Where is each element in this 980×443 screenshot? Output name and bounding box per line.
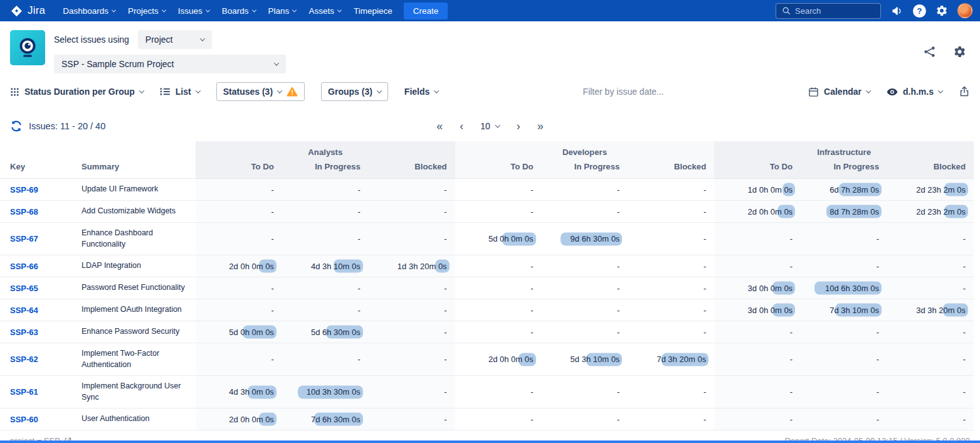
issue-key-link[interactable]: SSP-69 [0, 179, 82, 201]
groups-filter-button[interactable]: Groups (3) [321, 82, 388, 101]
duration-cell: - [628, 223, 714, 255]
duration-cell: - [455, 255, 542, 277]
duration-value: 2d 0h 0m 0s [229, 262, 274, 271]
empty-duration: - [703, 328, 706, 337]
nav-item-boards[interactable]: Boards [216, 0, 262, 21]
jira-logo[interactable]: Jira [10, 4, 45, 18]
issue-key-link[interactable]: SSP-65 [0, 277, 82, 299]
empty-duration: - [357, 185, 360, 195]
search-input[interactable] [795, 6, 875, 16]
empty-duration: - [963, 328, 966, 337]
duration-value: 2d 0h 0m 0s [488, 355, 534, 364]
share-icon[interactable] [924, 45, 935, 58]
duration-cell: 1d 0h 0m 0s [714, 179, 801, 201]
view-dropdown[interactable]: List [160, 87, 200, 97]
empty-duration: - [703, 207, 706, 216]
settings-gear-icon[interactable] [935, 4, 948, 17]
timepiece-app-icon [10, 30, 45, 65]
issue-date-filter[interactable]: Filter by issue date... [455, 87, 792, 97]
issue-key-link[interactable]: SSP-68 [0, 201, 82, 223]
duration-cell: - [542, 277, 628, 299]
refresh-icon[interactable] [10, 120, 23, 132]
empty-duration: - [617, 185, 619, 195]
issue-summary: Implement Background User Sync [82, 376, 196, 408]
statuses-filter-button[interactable]: Statuses (3) [216, 82, 305, 101]
issue-summary: Enhance Password Security [82, 321, 196, 343]
issue-key-link[interactable]: SSP-67 [0, 223, 82, 255]
project-dropdown[interactable]: SSP - Sample Scrum Project [54, 55, 286, 73]
duration-value: 8d 7h 28m 0s [830, 207, 879, 216]
top-navigation: Jira Dashboards Projects Issues Boards P… [0, 0, 980, 21]
duration-cell: - [628, 376, 714, 408]
table-row: SSP-64Implement OAuth Integration------3… [0, 299, 974, 321]
issue-key-link[interactable]: SSP-61 [0, 376, 82, 408]
user-avatar[interactable] [957, 3, 972, 18]
search-icon [782, 6, 791, 15]
duration-format-dropdown[interactable]: d.h.m.s [887, 87, 942, 97]
table-row: SSP-66LDAP Integration2d 0h 0m 0s4d 3h 1… [0, 255, 974, 277]
report-settings-gear-icon[interactable] [953, 45, 966, 58]
nav-item-dashboards[interactable]: Dashboards [56, 0, 122, 21]
next-page-button[interactable]: › [517, 120, 520, 132]
empty-duration: - [271, 355, 274, 364]
duration-cell: - [714, 223, 801, 255]
issue-key-link[interactable]: SSP-66 [0, 255, 82, 277]
column-header-key: Key [0, 159, 82, 179]
table-row: SSP-68Add Customizable Widgets------2d 0… [0, 201, 974, 223]
create-button[interactable]: Create [404, 3, 448, 19]
duration-cell: - [887, 321, 974, 343]
duration-cell: - [628, 408, 714, 430]
duration-cell: - [282, 277, 369, 299]
empty-duration: - [444, 284, 446, 293]
duration-cell: - [455, 201, 542, 223]
issues-count-label: Issues: 11 - 20 / 40 [29, 121, 105, 131]
eye-icon [887, 88, 898, 96]
chevron-down-icon [277, 88, 282, 93]
page-size-dropdown[interactable]: 10 [480, 121, 500, 131]
first-page-button[interactable]: « [436, 120, 443, 132]
duration-cell: - [801, 321, 887, 343]
nav-item-plans[interactable]: Plans [262, 0, 303, 21]
chevron-down-icon [938, 88, 943, 93]
empty-duration: - [703, 234, 706, 243]
nav-item-assets[interactable]: Assets [302, 0, 347, 21]
duration-cell: - [196, 277, 282, 299]
previous-page-button[interactable]: ‹ [460, 120, 463, 132]
nav-item-timepiece[interactable]: Timepiece [347, 0, 399, 21]
report-type-dropdown[interactable]: Status Duration per Group [10, 87, 144, 97]
help-icon[interactable]: ? [913, 4, 926, 18]
nav-item-projects[interactable]: Projects [122, 0, 172, 21]
export-icon[interactable] [959, 86, 970, 97]
empty-duration: - [790, 415, 793, 424]
duration-cell: - [542, 408, 628, 430]
empty-duration: - [963, 262, 966, 271]
calendar-dropdown[interactable]: Calendar [808, 87, 870, 97]
duration-cell: - [455, 376, 542, 408]
duration-cell: - [369, 343, 455, 376]
issue-summary: Password Reset Functionality [82, 277, 196, 299]
issue-key-link[interactable]: SSP-64 [0, 299, 82, 321]
last-page-button[interactable]: » [537, 120, 544, 132]
issue-key-link[interactable]: SSP-63 [0, 321, 82, 343]
empty-duration: - [271, 306, 274, 315]
column-header-inprogress: In Progress [801, 159, 887, 179]
global-search[interactable] [776, 3, 881, 19]
issue-key-link[interactable]: SSP-60 [0, 408, 82, 430]
duration-cell: 2d 0h 0m 0s [455, 343, 542, 376]
duration-cell: - [628, 277, 714, 299]
chevron-down-icon [866, 88, 871, 93]
column-header-inprogress: In Progress [542, 159, 628, 179]
issue-key-link[interactable]: SSP-62 [0, 343, 82, 376]
empty-duration: - [444, 355, 446, 364]
duration-value: 7d 6h 30m 0s [311, 415, 361, 424]
chevron-down-icon [252, 8, 256, 12]
duration-cell: - [801, 255, 887, 277]
fields-dropdown[interactable]: Fields [404, 87, 438, 97]
nav-item-issues[interactable]: Issues [172, 0, 216, 21]
empty-duration: - [790, 234, 793, 243]
duration-cell: - [196, 343, 282, 376]
duration-cell: 2d 23h 2m 0s [887, 201, 974, 223]
issue-source-dropdown[interactable]: Project [138, 30, 212, 49]
announcements-icon[interactable] [890, 4, 904, 18]
duration-value: 2d 0h 0m 0s [229, 415, 274, 424]
